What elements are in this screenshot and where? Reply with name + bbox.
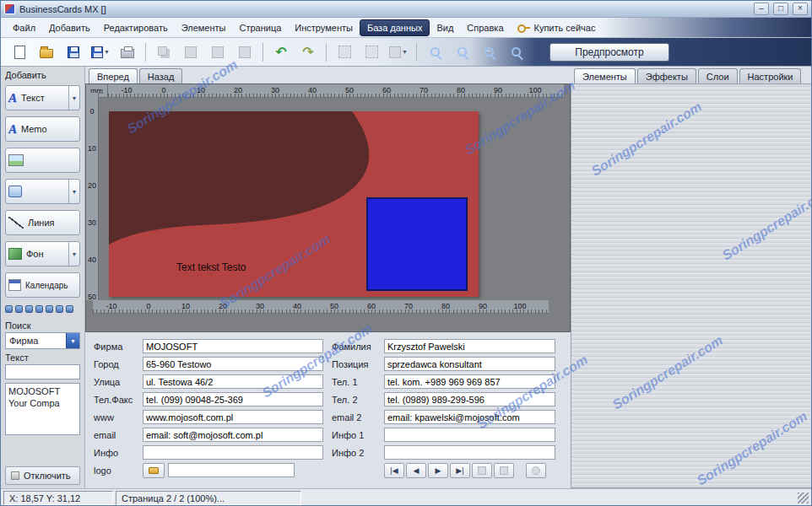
copy-button[interactable] (152, 41, 176, 63)
paste-button[interactable] (179, 41, 203, 63)
maximize-button[interactable]: □ (773, 3, 788, 15)
add-shape-button[interactable]: ▼ (5, 179, 80, 204)
undo-button[interactable]: ↶ (269, 41, 293, 63)
tab-settings[interactable]: Настройки (739, 68, 802, 83)
disable-button[interactable]: Отключить (5, 466, 80, 485)
search-field-select[interactable]: Фирма ▼ (5, 332, 80, 349)
email-input[interactable] (143, 428, 323, 442)
save-button[interactable] (62, 41, 85, 63)
add-background-label: Фон (26, 249, 44, 259)
mini-tool-icon[interactable] (15, 305, 23, 313)
status-bar: X: 18,57 Y: 31,12 Страница 2 / 2 (100%).… (1, 488, 811, 506)
menu-add[interactable]: Добавить (42, 20, 97, 35)
preview-button[interactable]: Предпросмотр (549, 43, 669, 62)
company-input[interactable] (143, 339, 323, 353)
telfax-input[interactable] (143, 392, 323, 406)
logo-path-input[interactable] (168, 463, 295, 477)
nav-refresh-button[interactable] (526, 463, 546, 478)
nav-prev-button[interactable]: ◀ (406, 463, 426, 478)
resize-grip[interactable] (798, 493, 809, 503)
surname-input[interactable] (384, 339, 555, 353)
menu-edit[interactable]: Редактировать (97, 20, 175, 35)
mini-tool-icon[interactable] (25, 305, 33, 313)
group-button[interactable] (333, 41, 356, 63)
phone2-input[interactable] (384, 392, 555, 406)
menu-buy-now[interactable]: Купить сейчас (511, 20, 603, 35)
nav-edit-button[interactable] (494, 463, 514, 478)
add-shape-dropdown[interactable]: ▼ (68, 180, 79, 203)
export-button[interactable]: ▼ (89, 41, 112, 63)
search-input[interactable] (5, 364, 80, 380)
info1-input[interactable] (384, 428, 555, 442)
tab-elements[interactable]: Элементы (574, 68, 636, 83)
position-input[interactable] (384, 357, 555, 371)
zoom-select-button[interactable] (423, 41, 447, 63)
city-label: Город (94, 359, 139, 369)
zoom-out-button[interactable] (477, 41, 501, 63)
email2-input[interactable] (384, 410, 555, 424)
add-line-button[interactable]: Линия (5, 210, 80, 235)
list-item[interactable]: MOJOSOFT (8, 385, 77, 397)
print-button[interactable] (116, 41, 139, 63)
design-canvas[interactable]: mm -100102030405060708090100 01020304050… (85, 83, 571, 332)
mini-tool-icon[interactable] (35, 305, 43, 313)
mini-tool-icon[interactable] (5, 305, 13, 313)
add-line-label: Линия (28, 218, 55, 228)
info-input[interactable] (143, 445, 323, 460)
phone1-input[interactable] (384, 374, 555, 389)
nav-next-button[interactable]: ▶ (428, 463, 448, 478)
tab-back[interactable]: Назад (139, 68, 183, 83)
vertical-ruler: 01020304050 (86, 93, 99, 300)
add-memo-label: Memo (21, 124, 47, 134)
menu-file[interactable]: Файл (6, 20, 42, 35)
add-text-button[interactable]: A Текст ▼ (5, 85, 80, 110)
order-button[interactable]: ▼ (387, 41, 410, 63)
www-input[interactable] (143, 410, 323, 424)
form-row-email2: email 2 (332, 408, 555, 426)
card-blue-rectangle[interactable] (366, 197, 468, 291)
add-image-button[interactable] (5, 148, 80, 173)
info2-input[interactable] (384, 445, 555, 460)
add-background-button[interactable]: Фон ▼ (5, 241, 80, 266)
open-button[interactable] (35, 41, 58, 63)
toolbar: ▼ ↶ ↷ ▼ Предпросмотр (1, 38, 811, 67)
mini-tool-icon[interactable] (56, 305, 63, 313)
chevron-down-icon: ▼ (402, 49, 408, 55)
menu-tools[interactable]: Инструменты (288, 20, 360, 35)
search-results-list[interactable]: MOJOSOFT Your Compa (5, 383, 80, 435)
mini-tool-icon[interactable] (46, 305, 53, 313)
menu-page[interactable]: Страница (232, 20, 288, 35)
mini-tool-icon[interactable] (66, 305, 73, 313)
close-button[interactable]: × (793, 3, 808, 15)
right-panel-tab-row: Элементы Эффекты Слои Настройки (574, 67, 801, 83)
add-memo-button[interactable]: A Memo (5, 116, 80, 142)
delete-button[interactable] (233, 41, 257, 63)
nav-last-button[interactable]: ▶| (450, 463, 470, 478)
add-calendar-button[interactable]: Календарь (5, 272, 80, 298)
nav-first-button[interactable]: |◀ (384, 463, 404, 478)
menu-elements[interactable]: Элементы (175, 20, 233, 35)
zoom-fit-button[interactable] (504, 41, 528, 63)
list-item[interactable]: Your Compa (8, 397, 77, 409)
minimize-button[interactable]: – (754, 3, 769, 15)
street-input[interactable] (143, 374, 323, 389)
nav-insert-button[interactable] (472, 463, 492, 478)
tab-layers[interactable]: Слои (698, 68, 738, 83)
menu-database[interactable]: База данных (360, 19, 430, 36)
align-button[interactable] (360, 41, 383, 63)
add-text-dropdown[interactable]: ▼ (68, 86, 79, 110)
add-background-dropdown[interactable]: ▼ (68, 242, 79, 266)
zoom-in-button[interactable] (450, 41, 474, 63)
redo-button[interactable]: ↷ (296, 41, 320, 63)
business-card[interactable]: Text tekst Testo (109, 111, 479, 297)
cut-button[interactable] (206, 41, 230, 63)
tab-effects[interactable]: Эффекты (637, 68, 696, 83)
logo-browse-button[interactable] (143, 463, 165, 478)
tab-front[interactable]: Вперед (89, 68, 138, 83)
export-icon (91, 46, 103, 58)
card-text-object[interactable]: Text tekst Testo (176, 261, 246, 273)
new-button[interactable] (8, 41, 31, 63)
city-input[interactable] (143, 357, 323, 371)
menu-view[interactable]: Вид (430, 20, 460, 35)
menu-help[interactable]: Справка (460, 20, 510, 35)
